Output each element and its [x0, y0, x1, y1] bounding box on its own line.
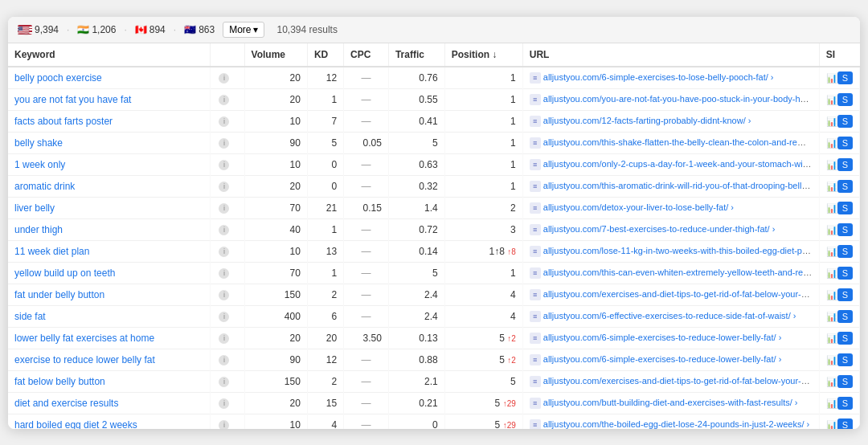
s-button[interactable]: S: [837, 158, 853, 171]
chart-icon[interactable]: 📊: [826, 116, 837, 128]
col-url[interactable]: URL: [522, 43, 819, 67]
info-icon[interactable]: i: [219, 268, 229, 279]
info-icon-cell[interactable]: i: [211, 88, 244, 110]
s-button[interactable]: S: [837, 245, 853, 258]
url-cell[interactable]: ≡ alljustyou.com/this-can-even-whiten-ex…: [522, 262, 819, 284]
url-link[interactable]: alljustyou.com/this-can-even-whiten-extr…: [543, 267, 819, 277]
s-button[interactable]: S: [837, 223, 853, 236]
url-link[interactable]: alljustyou.com/this-shake-flatten-the-be…: [543, 137, 819, 147]
keyword-cell[interactable]: you are not fat you have fat: [8, 88, 211, 110]
col-kd[interactable]: KD: [307, 43, 343, 67]
url-link[interactable]: alljustyou.com/6-effective-exercises-to-…: [543, 311, 796, 320]
url-cell[interactable]: ≡ alljustyou.com/detox-your-liver-to-los…: [522, 197, 819, 218]
info-icon[interactable]: i: [219, 203, 229, 214]
info-icon-cell[interactable]: i: [211, 414, 244, 429]
flag-ca[interactable]: 🇨🇦 894: [135, 24, 166, 35]
info-icon[interactable]: i: [219, 95, 229, 105]
keyword-cell[interactable]: 11 week diet plan: [8, 240, 211, 262]
chart-icon[interactable]: 📊: [826, 138, 837, 149]
info-icon[interactable]: i: [219, 333, 229, 344]
url-cell[interactable]: ≡ alljustyou.com/6-simple-exercises-to-r…: [522, 327, 819, 349]
url-link[interactable]: alljustyou.com/6-simple-exercises-to-red…: [543, 333, 781, 342]
url-cell[interactable]: ≡ alljustyou.com/this-aromatic-drink-wil…: [522, 175, 819, 197]
info-icon[interactable]: i: [219, 398, 229, 409]
col-keyword[interactable]: Keyword: [8, 43, 211, 67]
url-cell[interactable]: ≡ alljustyou.com/6-simple-exercises-to-l…: [522, 67, 819, 89]
s-button[interactable]: S: [837, 310, 853, 323]
info-icon[interactable]: i: [219, 377, 229, 387]
info-icon[interactable]: i: [219, 138, 229, 149]
s-button[interactable]: S: [837, 267, 853, 280]
info-icon-cell[interactable]: i: [211, 218, 244, 240]
info-icon[interactable]: i: [219, 312, 229, 322]
chart-icon[interactable]: 📊: [826, 420, 837, 429]
url-cell[interactable]: ≡ alljustyou.com/exercises-and-diet-tips…: [522, 284, 819, 305]
s-button[interactable]: S: [837, 137, 853, 149]
url-cell[interactable]: ≡ alljustyou.com/the-boiled-egg-diet-los…: [522, 414, 819, 429]
info-icon[interactable]: i: [219, 160, 229, 170]
url-link[interactable]: alljustyou.com/detox-your-liver-to-lose-…: [543, 202, 734, 212]
chart-icon[interactable]: 📊: [826, 203, 837, 214]
chart-icon[interactable]: 📊: [826, 247, 837, 258]
col-si[interactable]: SI: [819, 43, 859, 67]
keyword-cell[interactable]: yellow build up on teeth: [8, 262, 211, 284]
chart-icon[interactable]: 📊: [826, 290, 837, 301]
chart-icon[interactable]: 📊: [826, 182, 837, 193]
keyword-cell[interactable]: side fat: [8, 305, 211, 327]
keyword-cell[interactable]: fat below belly button: [8, 370, 211, 392]
info-icon-cell[interactable]: i: [211, 262, 244, 284]
url-cell[interactable]: ≡ alljustyou.com/6-simple-exercises-to-r…: [522, 349, 819, 370]
info-icon-cell[interactable]: i: [211, 67, 244, 89]
flag-in[interactable]: 🇮🇳 1,206: [77, 24, 116, 35]
chart-icon[interactable]: 📊: [826, 398, 837, 410]
info-icon-cell[interactable]: i: [211, 370, 244, 392]
keyword-cell[interactable]: under thigh: [8, 218, 211, 240]
url-link[interactable]: alljustyou.com/6-simple-exercises-to-los…: [543, 72, 774, 82]
info-icon-cell[interactable]: i: [211, 240, 244, 262]
info-icon-cell[interactable]: i: [211, 132, 244, 153]
keyword-cell[interactable]: liver belly: [8, 197, 211, 218]
info-icon-cell[interactable]: i: [211, 284, 244, 305]
keyword-cell[interactable]: lower belly fat exercises at home: [8, 327, 211, 349]
flag-au[interactable]: 🇦🇺 863: [184, 24, 215, 35]
keyword-cell[interactable]: 1 week only: [8, 153, 211, 175]
url-cell[interactable]: ≡ alljustyou.com/6-effective-exercises-t…: [522, 305, 819, 327]
keyword-cell[interactable]: fat under belly button: [8, 284, 211, 305]
url-link[interactable]: alljustyou.com/only-2-cups-a-day-for-1-w…: [543, 159, 819, 169]
url-link[interactable]: alljustyou.com/you-are-not-fat-you-have-…: [543, 94, 819, 104]
url-link[interactable]: alljustyou.com/the-boiled-egg-diet-lose-…: [543, 419, 809, 429]
chart-icon[interactable]: 📊: [826, 355, 837, 366]
url-cell[interactable]: ≡ alljustyou.com/this-shake-flatten-the-…: [522, 132, 819, 153]
info-icon-cell[interactable]: i: [211, 153, 244, 175]
info-icon[interactable]: i: [219, 290, 229, 300]
info-icon[interactable]: i: [219, 73, 229, 84]
info-icon-cell[interactable]: i: [211, 175, 244, 197]
url-link[interactable]: alljustyou.com/exercises-and-diet-tips-t…: [543, 289, 819, 299]
info-icon-cell[interactable]: i: [211, 392, 244, 414]
url-cell[interactable]: ≡ alljustyou.com/exercises-and-diet-tips…: [522, 370, 819, 392]
info-icon-cell[interactable]: i: [211, 349, 244, 370]
url-cell[interactable]: ≡ alljustyou.com/only-2-cups-a-day-for-1…: [522, 153, 819, 175]
s-button[interactable]: S: [837, 353, 853, 366]
keyword-cell[interactable]: diet and exercise results: [8, 392, 211, 414]
col-traffic[interactable]: Traffic: [388, 43, 444, 67]
chart-icon[interactable]: 📊: [826, 312, 837, 323]
chart-icon[interactable]: 📊: [826, 268, 837, 280]
keyword-cell[interactable]: aromatic drink: [8, 175, 211, 197]
url-cell[interactable]: ≡ alljustyou.com/12-facts-farting-probab…: [522, 110, 819, 132]
url-link[interactable]: alljustyou.com/12-facts-farting-probably…: [543, 116, 751, 125]
keyword-cell[interactable]: exercise to reduce lower belly fat: [8, 349, 211, 370]
s-button[interactable]: S: [837, 288, 853, 301]
chart-icon[interactable]: 📊: [826, 160, 837, 171]
info-icon[interactable]: i: [219, 116, 229, 127]
url-link[interactable]: alljustyou.com/7-best-exercises-to-reduc…: [543, 224, 776, 234]
url-link[interactable]: alljustyou.com/6-simple-exercises-to-red…: [543, 354, 781, 364]
url-link[interactable]: alljustyou.com/exercises-and-diet-tips-t…: [543, 376, 819, 386]
keyword-cell[interactable]: hard boiled egg diet 2 weeks: [8, 414, 211, 429]
chart-icon[interactable]: 📊: [826, 73, 837, 84]
s-button[interactable]: S: [837, 202, 853, 214]
info-icon[interactable]: i: [219, 182, 229, 192]
info-icon[interactable]: i: [219, 420, 229, 429]
url-cell[interactable]: ≡ alljustyou.com/lose-11-kg-in-two-weeks…: [522, 240, 819, 262]
s-button[interactable]: S: [837, 115, 853, 128]
